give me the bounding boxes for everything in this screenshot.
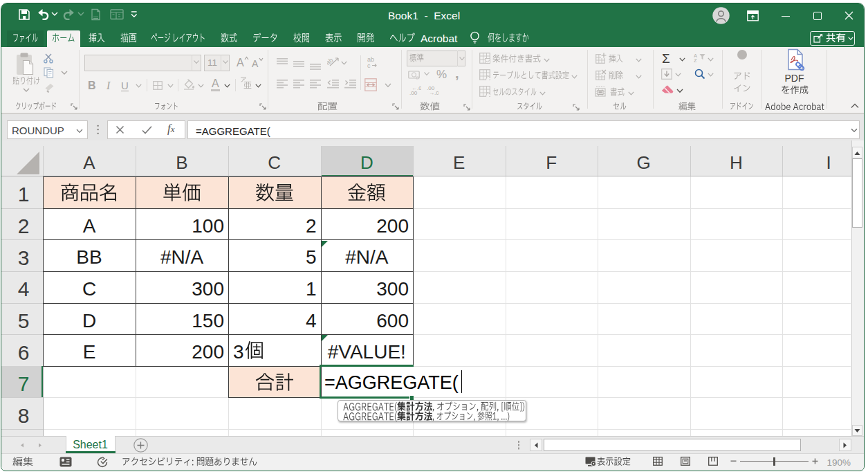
svg-text:Z: Z [694, 57, 697, 62]
svg-text:c: c [367, 62, 371, 68]
svg-text:.00: .00 [409, 90, 418, 95]
svg-text:→.0: →.0 [429, 90, 438, 95]
